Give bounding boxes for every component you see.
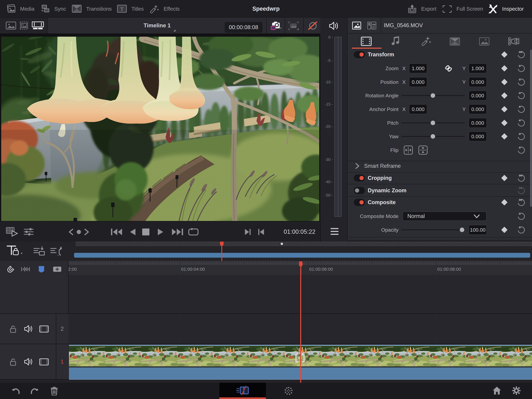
svg-text:T: T xyxy=(120,6,124,12)
